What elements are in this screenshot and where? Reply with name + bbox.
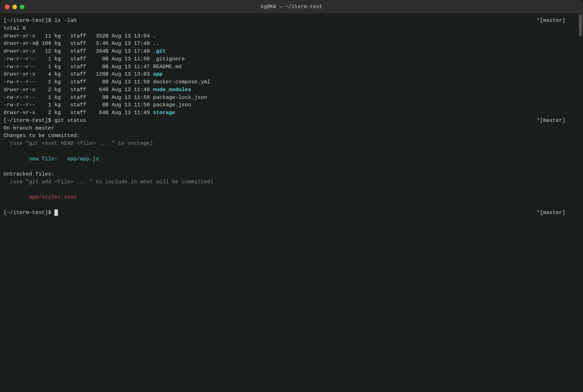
traffic-lights — [5, 5, 24, 9]
maximize-button[interactable] — [20, 5, 24, 9]
git-blank-3 — [4, 186, 565, 194]
window-title: kg@KW — ~/iterm-test — [261, 4, 322, 10]
final-prompt: [~/iterm-test]$ — [4, 209, 58, 217]
git-hint-unstage: (use "git reset HEAD <file> ... " to uns… — [4, 140, 565, 148]
git-hint-include: (use "git add <file> ... " to include in… — [4, 178, 565, 186]
ls-row-dot: drwxr-xr-x 11 kg staff 352B Aug 13 13:04… — [4, 32, 565, 40]
git-blank-2 — [4, 163, 565, 171]
terminal-body[interactable]: [~/iterm-test]$ ls -lah *[master] total … — [0, 13, 583, 392]
branch-tag-3: *[master] — [537, 209, 565, 217]
ls-row-package: -rw-r--r-- 1 kg staff 0B Aug 13 11:50 pa… — [4, 101, 565, 109]
ls-row-app: drwxr-xr-x 4 kg staff 128B Aug 13 13:03 … — [4, 71, 565, 78]
ls-row-dotdot: drwxr-xr-x@ 109 kg staff 3.4K Aug 13 17:… — [4, 40, 565, 48]
ls-row-git: drwxr-xr-x 12 kg staff 384B Aug 13 17:48… — [4, 48, 565, 55]
close-button[interactable] — [5, 5, 10, 9]
line-ls-cmd: [~/iterm-test]$ ls -lah *[master] — [4, 17, 565, 25]
terminal-window: kg@KW — ~/iterm-test [~/iterm-test]$ ls … — [0, 0, 583, 392]
total-line: total 0 — [4, 25, 565, 32]
line-git-cmd: [~/iterm-test]$ git status *[master] — [4, 117, 565, 125]
git-staged-file: new file: app/app.js — [4, 155, 565, 163]
ls-row-package-lock: -rw-r--r-- 1 kg staff 0B Aug 13 11:50 pa… — [4, 94, 565, 102]
git-branch-line: On branch master — [4, 125, 565, 132]
cursor — [54, 209, 58, 216]
git-blank-4 — [4, 201, 565, 209]
git-untracked-file: app/styles.scss — [4, 194, 565, 201]
ls-row-readme: -rw-r--r-- 1 kg staff 0B Aug 13 11:47 RE… — [4, 63, 565, 71]
ls-row-storage: drwxr-xr-x 2 kg staff 64B Aug 13 11:49 s… — [4, 109, 565, 117]
ls-row-docker: -rw-r--r-- 1 kg staff 0B Aug 13 11:50 do… — [4, 78, 565, 86]
git-changes-header: Changes to be committed: — [4, 132, 565, 140]
final-prompt-line: [~/iterm-test]$ *[master] — [4, 209, 565, 217]
git-status-command-line: [~/iterm-test]$ git status — [4, 117, 86, 125]
git-untracked-header: Untracked files: — [4, 171, 565, 178]
git-blank-1 — [4, 148, 565, 155]
branch-tag-2: *[master] — [537, 117, 565, 125]
title-bar: kg@KW — ~/iterm-test — [0, 0, 583, 13]
ls-row-node-modules: drwxr-xr-x 2 kg staff 64B Aug 13 11:48 n… — [4, 86, 565, 94]
ls-command-line: [~/iterm-test]$ ls -lah — [4, 17, 77, 25]
minimize-button[interactable] — [12, 5, 17, 9]
ls-row-gitignore: -rw-r--r-- 1 kg staff 0B Aug 13 11:50 .g… — [4, 55, 565, 63]
branch-tag-1: *[master] — [537, 17, 565, 25]
